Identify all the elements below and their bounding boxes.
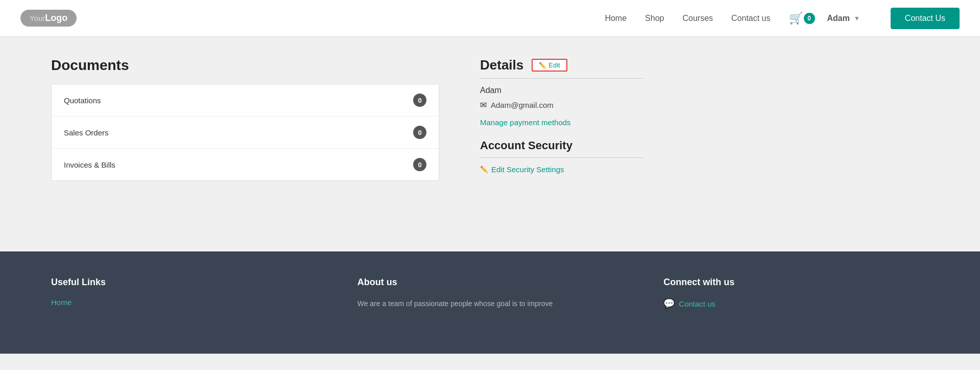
footer-useful-links-title: Useful Links xyxy=(51,277,317,288)
logo-your-text: Your xyxy=(30,14,45,22)
pencil-security-icon: ✏️ xyxy=(480,166,488,173)
footer: Useful Links Home About us We are a team… xyxy=(0,251,980,354)
footer-useful-links-col: Useful Links Home xyxy=(51,277,317,338)
details-title: Details xyxy=(480,57,523,73)
logo-logo-text: Logo xyxy=(45,13,67,23)
edit-security-link[interactable]: ✏️ Edit Security Settings xyxy=(480,165,643,174)
nav-shop[interactable]: Shop xyxy=(645,14,664,23)
nav-courses[interactable]: Courses xyxy=(682,14,713,23)
nav-contact[interactable]: Contact us xyxy=(731,14,770,23)
logo[interactable]: YourLogo xyxy=(20,10,77,27)
user-name: Adam xyxy=(827,14,850,23)
pencil-icon: ✏️ xyxy=(539,62,546,69)
email-icon: ✉ xyxy=(480,100,487,110)
security-divider xyxy=(480,157,643,158)
logo-wrap: YourLogo xyxy=(20,10,77,27)
sales-orders-label: Sales Orders xyxy=(64,128,109,137)
documents-title: Documents xyxy=(51,57,439,74)
header: YourLogo Home Shop Courses Contact us 🛒 … xyxy=(0,0,980,37)
footer-about-text: We are a team of passionate people whose… xyxy=(357,298,623,309)
chevron-down-icon: ▼ xyxy=(854,15,860,22)
documents-table: Quotations 0 Sales Orders 0 Invoices & B… xyxy=(51,84,439,181)
cart-badge: 0 xyxy=(804,13,815,24)
contact-us-button[interactable]: Contact Us xyxy=(891,8,960,29)
documents-section: Documents Quotations 0 Sales Orders 0 In… xyxy=(51,57,439,221)
invoices-bills-label: Invoices & Bills xyxy=(64,160,115,169)
details-divider xyxy=(480,78,643,79)
quotations-badge: 0 xyxy=(413,94,426,107)
details-user-name: Adam xyxy=(480,86,643,95)
footer-about-title: About us xyxy=(357,277,623,288)
sales-orders-badge: 0 xyxy=(413,126,426,139)
edit-label: Edit xyxy=(548,61,560,69)
details-email-text: Adam@gmail.com xyxy=(491,101,554,109)
quotations-label: Quotations xyxy=(64,96,101,105)
edit-details-button[interactable]: ✏️ Edit xyxy=(532,59,567,72)
details-header: Details ✏️ Edit xyxy=(480,57,643,73)
table-row[interactable]: Quotations 0 xyxy=(52,84,439,117)
footer-connect-title: Connect with us xyxy=(663,277,929,288)
cart-icon: 🛒 xyxy=(789,12,803,25)
invoices-bills-badge: 0 xyxy=(413,158,426,171)
main-nav: Home Shop Courses Contact us xyxy=(605,14,770,23)
footer-home-link[interactable]: Home xyxy=(51,298,317,307)
cart-button[interactable]: 🛒 0 xyxy=(789,12,815,25)
footer-contact-us-link[interactable]: 💬 Contact us xyxy=(663,298,929,309)
manage-payment-link[interactable]: Manage payment methods xyxy=(480,118,643,127)
table-row[interactable]: Invoices & Bills 0 xyxy=(52,149,439,180)
main-content: Documents Quotations 0 Sales Orders 0 In… xyxy=(0,37,980,251)
nav-home[interactable]: Home xyxy=(605,14,627,23)
footer-about-col: About us We are a team of passionate peo… xyxy=(357,277,623,338)
edit-security-label: Edit Security Settings xyxy=(491,165,564,174)
footer-connect-col: Connect with us 💬 Contact us xyxy=(663,277,929,338)
details-section: Details ✏️ Edit Adam ✉ Adam@gmail.com Ma… xyxy=(480,57,643,221)
footer-contact-us-label: Contact us xyxy=(679,299,715,308)
user-menu[interactable]: Adam ▼ xyxy=(827,14,860,23)
account-security-title: Account Security xyxy=(480,139,643,152)
chat-icon: 💬 xyxy=(663,298,675,309)
table-row[interactable]: Sales Orders 0 xyxy=(52,117,439,149)
details-email-row: ✉ Adam@gmail.com xyxy=(480,100,643,110)
